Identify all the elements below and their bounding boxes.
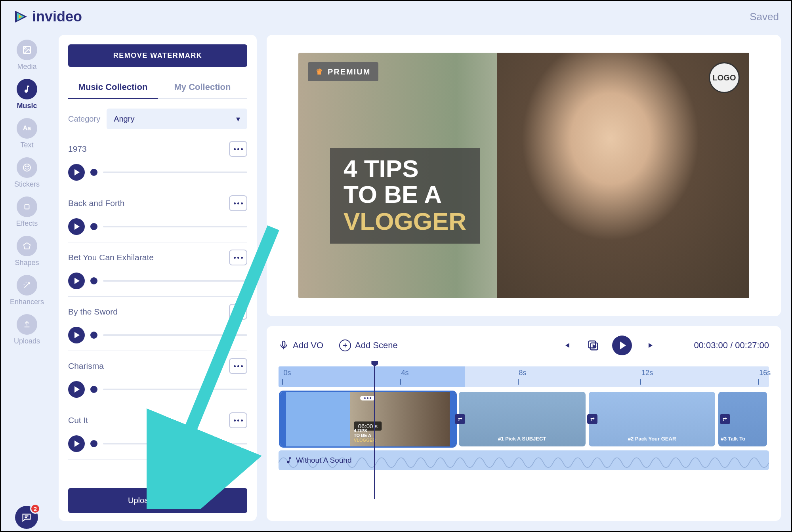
track-progress-bar[interactable] [103, 334, 247, 336]
svg-rect-8 [25, 205, 29, 209]
svg-marker-9 [24, 243, 31, 249]
preview-person [497, 53, 749, 298]
sidebar-item-music[interactable]: Music [17, 79, 37, 110]
remove-watermark-button[interactable]: REMOVE WATERMARK [68, 44, 247, 67]
title-line2: TO BE A [344, 181, 466, 208]
waveform [279, 450, 769, 470]
track-title: 1973 [68, 144, 87, 154]
track-play-button[interactable] [68, 273, 85, 289]
sidebar-item-effects[interactable]: Effects [16, 196, 38, 228]
sidebar-item-shapes[interactable]: Shapes [15, 236, 39, 267]
sidebar-item-stickers[interactable]: Stickers [14, 157, 40, 189]
ruler-tick: 0s [283, 369, 291, 377]
track-progress-bar[interactable] [103, 226, 247, 227]
clip-caption: #1 Pick A SUBJECT [498, 436, 546, 442]
video-preview[interactable]: ♛ PREMIUM LOGO 4 TIPS TO BE A VLOGGER [298, 53, 749, 298]
media-icon [17, 40, 37, 60]
shapes-icon [17, 236, 37, 256]
track-progress-bar[interactable] [103, 280, 247, 282]
clip[interactable]: #2 Pack Your GEAR [589, 392, 716, 446]
play-all-button[interactable] [586, 338, 600, 353]
track-item: By the Sword [68, 297, 247, 351]
clip-handle-left[interactable] [280, 392, 286, 446]
track-seek-knob[interactable] [90, 332, 97, 339]
track-seek-knob[interactable] [90, 440, 97, 447]
track-seek-knob[interactable] [90, 277, 97, 284]
track-play-button[interactable] [68, 327, 85, 343]
track-title: Bet You Can Exhilarate [68, 253, 154, 262]
track-progress-bar[interactable] [103, 172, 247, 173]
track-more-button[interactable] [229, 358, 247, 374]
sidebar-item-uploads[interactable]: Uploads [14, 314, 40, 345]
sidebar-label: Shapes [15, 259, 39, 267]
track-item: Back and Forth [68, 188, 247, 242]
clip-overlay-title: 4 TIPSTO BE AVLOGGER [354, 428, 376, 442]
track-seek-knob[interactable] [90, 169, 97, 176]
tab-my-collection[interactable]: My Collection [158, 76, 247, 99]
track-title: By the Sword [68, 307, 118, 317]
sidebar: Media Music Aa Text Stickers Effects Sha… [5, 35, 49, 521]
title-overlay: 4 TIPS TO BE A VLOGGER [330, 148, 480, 244]
chevron-down-icon: ▾ [236, 114, 240, 124]
play-button[interactable] [612, 336, 632, 355]
clip[interactable]: #1 Pick A SUBJECT [459, 392, 586, 446]
mic-icon [279, 340, 289, 351]
ruler-tick: 8s [519, 369, 527, 377]
track-more-button[interactable] [229, 195, 247, 211]
clip-transition-button[interactable] [720, 414, 730, 424]
clip-active[interactable]: 06:00 s 4 TIPSTO BE AVLOGGER [280, 392, 456, 446]
music-note-icon [285, 456, 293, 464]
chat-button[interactable]: 2 [15, 506, 38, 529]
logo-icon [13, 9, 29, 25]
track-progress-bar[interactable] [103, 389, 247, 390]
timeline-panel: Add VO + Add Scene 00:03:00 / 00:27:00 [267, 326, 781, 521]
add-scene-button[interactable]: + Add Scene [339, 339, 398, 351]
svg-point-4 [25, 48, 26, 49]
add-voiceover-button[interactable]: Add VO [279, 340, 323, 351]
track-title: Cut It [68, 416, 88, 425]
upload-own-button[interactable]: Upload your own [68, 488, 247, 513]
track-seek-knob[interactable] [90, 386, 97, 393]
svg-point-7 [28, 166, 29, 167]
track-play-button[interactable] [68, 218, 85, 235]
track-more-button[interactable] [229, 304, 247, 320]
track-more-button[interactable] [229, 250, 247, 265]
preview-panel: ♛ PREMIUM LOGO 4 TIPS TO BE A VLOGGER [267, 35, 781, 316]
effects-icon [17, 196, 37, 217]
brand-logo[interactable]: invideo [13, 8, 82, 25]
sidebar-label: Stickers [14, 180, 40, 189]
sidebar-item-text[interactable]: Aa Text [17, 118, 37, 149]
track-title: Charisma [68, 361, 104, 371]
music-icon [17, 79, 37, 99]
sidebar-item-media[interactable]: Media [17, 40, 37, 71]
track-play-button[interactable] [68, 164, 85, 181]
sidebar-item-enhancers[interactable]: Enhancers [10, 275, 44, 306]
category-dropdown[interactable]: Angry ▾ [107, 109, 247, 129]
clip-transition-button[interactable] [587, 414, 597, 424]
crown-icon: ♛ [316, 67, 324, 76]
clip-more-button[interactable] [360, 396, 375, 400]
enhancers-icon [17, 275, 37, 296]
svg-rect-10 [282, 341, 285, 346]
tab-music-collection[interactable]: Music Collection [68, 76, 158, 99]
audio-track[interactable]: Without A Sound [279, 450, 769, 470]
track-progress-bar[interactable] [103, 443, 247, 444]
track-more-button[interactable] [229, 412, 247, 428]
svg-point-6 [25, 166, 26, 167]
track-list: 1973 Back and Forth Bet You Can Exhilara… [68, 134, 247, 521]
track-play-button[interactable] [68, 435, 85, 452]
prev-button[interactable] [560, 338, 574, 353]
track-play-button[interactable] [68, 381, 85, 398]
sidebar-label: Text [20, 141, 33, 149]
stickers-icon [17, 157, 37, 178]
sidebar-label: Enhancers [10, 298, 44, 306]
timeline-ruler[interactable]: 0s 4s 8s 12s 16s [279, 366, 769, 387]
track-item: Charisma [68, 351, 247, 405]
next-button[interactable] [644, 338, 658, 353]
playhead[interactable] [374, 364, 375, 499]
clip-transition-button[interactable] [455, 414, 465, 424]
track-more-button[interactable] [229, 141, 247, 157]
track-seek-knob[interactable] [90, 223, 97, 230]
sidebar-label: Media [17, 63, 36, 71]
title-line3: VLOGGER [344, 208, 466, 235]
